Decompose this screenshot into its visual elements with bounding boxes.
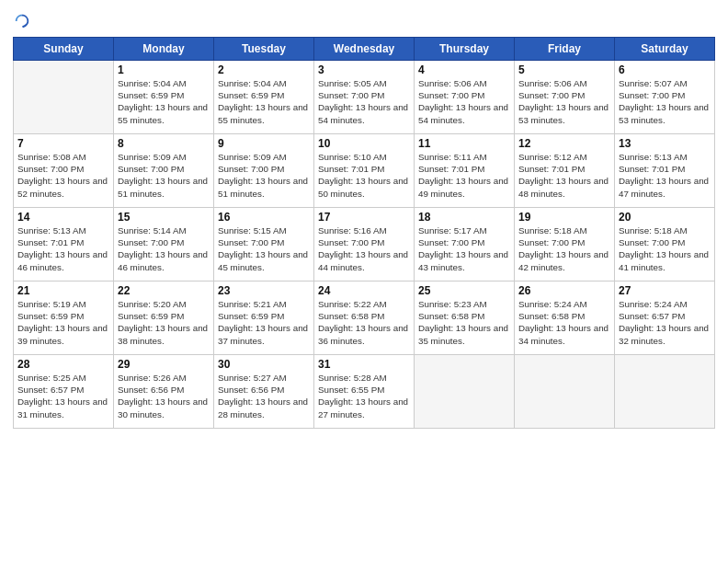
day-number: 12	[518, 137, 610, 150]
day-info: Sunrise: 5:16 AMSunset: 7:00 PMDaylight:…	[318, 224, 410, 273]
calendar-cell: 21Sunrise: 5:19 AMSunset: 6:59 PMDayligh…	[14, 282, 114, 355]
calendar-cell: 8Sunrise: 5:09 AMSunset: 7:00 PMDaylight…	[114, 134, 214, 208]
day-info: Sunrise: 5:04 AMSunset: 6:59 PMDaylight:…	[218, 77, 310, 126]
calendar-cell	[14, 61, 114, 134]
day-number: 14	[17, 211, 109, 224]
calendar-week-5: 28Sunrise: 5:25 AMSunset: 6:57 PMDayligh…	[14, 355, 715, 429]
day-number: 4	[418, 63, 510, 76]
main-container: SundayMondayTuesdayWednesdayThursdayFrid…	[0, 0, 728, 434]
day-number: 8	[118, 137, 210, 150]
calendar-cell: 29Sunrise: 5:26 AMSunset: 6:56 PMDayligh…	[114, 355, 214, 429]
day-info: Sunrise: 5:11 AMSunset: 7:01 PMDaylight:…	[418, 151, 510, 200]
day-info: Sunrise: 5:06 AMSunset: 7:00 PMDaylight:…	[418, 77, 510, 126]
calendar-cell: 2Sunrise: 5:04 AMSunset: 6:59 PMDaylight…	[214, 61, 314, 134]
day-number: 16	[218, 211, 310, 224]
calendar-cell: 12Sunrise: 5:12 AMSunset: 7:01 PMDayligh…	[515, 134, 615, 208]
day-info: Sunrise: 5:14 AMSunset: 7:00 PMDaylight:…	[118, 224, 210, 273]
day-number: 27	[619, 284, 711, 297]
logo	[13, 13, 30, 31]
day-number: 13	[619, 137, 711, 150]
day-info: Sunrise: 5:19 AMSunset: 6:59 PMDaylight:…	[17, 298, 109, 347]
calendar-cell: 31Sunrise: 5:28 AMSunset: 6:55 PMDayligh…	[314, 355, 415, 429]
day-info: Sunrise: 5:25 AMSunset: 6:57 PMDaylight:…	[17, 372, 109, 420]
calendar-cell	[615, 355, 715, 429]
calendar-cell: 14Sunrise: 5:13 AMSunset: 7:01 PMDayligh…	[14, 208, 114, 282]
day-info: Sunrise: 5:18 AMSunset: 7:00 PMDaylight:…	[518, 224, 610, 273]
day-number: 29	[118, 358, 210, 371]
day-number: 26	[518, 284, 610, 297]
day-info: Sunrise: 5:13 AMSunset: 7:01 PMDaylight:…	[619, 151, 711, 200]
weekday-header-wednesday: Wednesday	[314, 38, 415, 61]
day-info: Sunrise: 5:24 AMSunset: 6:57 PMDaylight:…	[619, 298, 711, 347]
calendar-table: SundayMondayTuesdayWednesdayThursdayFrid…	[13, 37, 715, 429]
day-info: Sunrise: 5:20 AMSunset: 6:59 PMDaylight:…	[118, 298, 210, 347]
calendar-week-3: 14Sunrise: 5:13 AMSunset: 7:01 PMDayligh…	[14, 208, 715, 282]
calendar-week-2: 7Sunrise: 5:08 AMSunset: 7:00 PMDaylight…	[14, 134, 715, 208]
day-number: 25	[418, 284, 510, 297]
calendar-cell: 3Sunrise: 5:05 AMSunset: 7:00 PMDaylight…	[314, 61, 415, 134]
calendar-cell: 1Sunrise: 5:04 AMSunset: 6:59 PMDaylight…	[114, 61, 214, 134]
day-info: Sunrise: 5:22 AMSunset: 6:58 PMDaylight:…	[318, 298, 410, 347]
day-number: 18	[418, 211, 510, 224]
calendar-cell: 5Sunrise: 5:06 AMSunset: 7:00 PMDaylight…	[515, 61, 615, 134]
calendar-cell	[415, 355, 515, 429]
calendar-cell: 24Sunrise: 5:22 AMSunset: 6:58 PMDayligh…	[314, 282, 415, 355]
day-number: 5	[518, 63, 610, 76]
calendar-cell: 9Sunrise: 5:09 AMSunset: 7:00 PMDaylight…	[214, 134, 314, 208]
calendar-cell: 7Sunrise: 5:08 AMSunset: 7:00 PMDaylight…	[14, 134, 114, 208]
weekday-header-saturday: Saturday	[615, 38, 715, 61]
calendar-week-4: 21Sunrise: 5:19 AMSunset: 6:59 PMDayligh…	[14, 282, 715, 355]
day-number: 21	[17, 284, 109, 297]
weekday-header-thursday: Thursday	[415, 38, 515, 61]
day-info: Sunrise: 5:08 AMSunset: 7:00 PMDaylight:…	[17, 151, 109, 200]
calendar-cell: 4Sunrise: 5:06 AMSunset: 7:00 PMDaylight…	[415, 61, 515, 134]
day-number: 2	[218, 63, 310, 76]
day-number: 31	[318, 358, 410, 371]
day-info: Sunrise: 5:26 AMSunset: 6:56 PMDaylight:…	[118, 372, 210, 420]
day-info: Sunrise: 5:12 AMSunset: 7:01 PMDaylight:…	[518, 151, 610, 200]
day-number: 19	[518, 211, 610, 224]
day-number: 24	[318, 284, 410, 297]
calendar-cell: 25Sunrise: 5:23 AMSunset: 6:58 PMDayligh…	[415, 282, 515, 355]
calendar-cell: 11Sunrise: 5:11 AMSunset: 7:01 PMDayligh…	[415, 134, 515, 208]
calendar-cell: 6Sunrise: 5:07 AMSunset: 7:00 PMDaylight…	[615, 61, 715, 134]
day-number: 15	[118, 211, 210, 224]
calendar-cell: 28Sunrise: 5:25 AMSunset: 6:57 PMDayligh…	[14, 355, 114, 429]
day-number: 23	[218, 284, 310, 297]
day-number: 7	[17, 137, 109, 150]
day-info: Sunrise: 5:13 AMSunset: 7:01 PMDaylight:…	[17, 224, 109, 273]
logo-icon	[14, 13, 30, 29]
weekday-header-sunday: Sunday	[14, 38, 114, 61]
day-info: Sunrise: 5:09 AMSunset: 7:00 PMDaylight:…	[118, 151, 210, 200]
calendar-cell: 30Sunrise: 5:27 AMSunset: 6:56 PMDayligh…	[214, 355, 314, 429]
calendar-cell: 13Sunrise: 5:13 AMSunset: 7:01 PMDayligh…	[615, 134, 715, 208]
day-info: Sunrise: 5:04 AMSunset: 6:59 PMDaylight:…	[118, 77, 210, 126]
day-number: 9	[218, 137, 310, 150]
calendar-cell: 16Sunrise: 5:15 AMSunset: 7:00 PMDayligh…	[214, 208, 314, 282]
calendar-cell: 18Sunrise: 5:17 AMSunset: 7:00 PMDayligh…	[415, 208, 515, 282]
weekday-header-row: SundayMondayTuesdayWednesdayThursdayFrid…	[14, 38, 715, 61]
day-number: 1	[118, 63, 210, 76]
day-number: 30	[218, 358, 310, 371]
weekday-header-friday: Friday	[515, 38, 615, 61]
weekday-header-tuesday: Tuesday	[214, 38, 314, 61]
calendar-cell: 23Sunrise: 5:21 AMSunset: 6:59 PMDayligh…	[214, 282, 314, 355]
calendar-cell: 15Sunrise: 5:14 AMSunset: 7:00 PMDayligh…	[114, 208, 214, 282]
day-number: 3	[318, 63, 410, 76]
calendar-cell	[515, 355, 615, 429]
calendar-cell: 17Sunrise: 5:16 AMSunset: 7:00 PMDayligh…	[314, 208, 415, 282]
calendar-cell: 22Sunrise: 5:20 AMSunset: 6:59 PMDayligh…	[114, 282, 214, 355]
day-number: 22	[118, 284, 210, 297]
day-info: Sunrise: 5:15 AMSunset: 7:00 PMDaylight:…	[218, 224, 310, 273]
day-info: Sunrise: 5:17 AMSunset: 7:00 PMDaylight:…	[418, 224, 510, 273]
day-info: Sunrise: 5:24 AMSunset: 6:58 PMDaylight:…	[518, 298, 610, 347]
day-info: Sunrise: 5:10 AMSunset: 7:01 PMDaylight:…	[318, 151, 410, 200]
day-info: Sunrise: 5:28 AMSunset: 6:55 PMDaylight:…	[318, 372, 410, 420]
day-info: Sunrise: 5:23 AMSunset: 6:58 PMDaylight:…	[418, 298, 510, 347]
day-info: Sunrise: 5:05 AMSunset: 7:00 PMDaylight:…	[318, 77, 410, 126]
day-info: Sunrise: 5:07 AMSunset: 7:00 PMDaylight:…	[619, 77, 711, 126]
calendar-cell: 27Sunrise: 5:24 AMSunset: 6:57 PMDayligh…	[615, 282, 715, 355]
day-info: Sunrise: 5:21 AMSunset: 6:59 PMDaylight:…	[218, 298, 310, 347]
day-info: Sunrise: 5:18 AMSunset: 7:00 PMDaylight:…	[619, 224, 711, 273]
day-info: Sunrise: 5:09 AMSunset: 7:00 PMDaylight:…	[218, 151, 310, 200]
